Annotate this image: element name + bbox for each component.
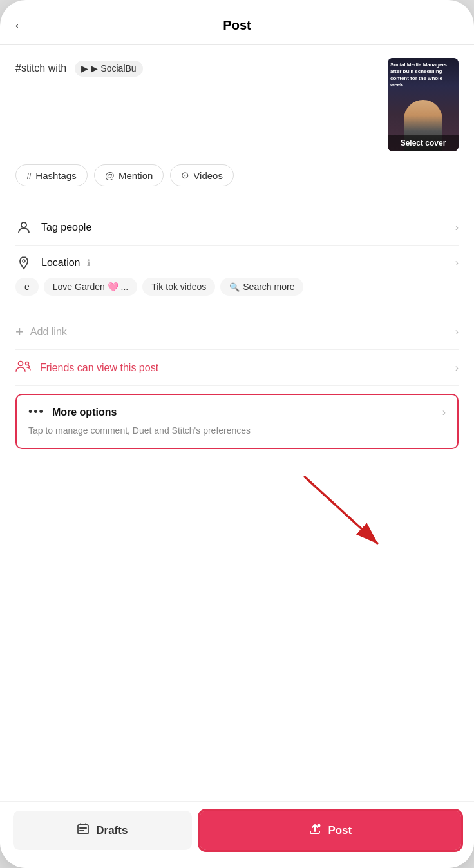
- drafts-button[interactable]: Drafts: [13, 811, 192, 850]
- tag-people-chevron: ›: [455, 222, 459, 233]
- svg-point-2: [19, 362, 23, 366]
- more-options-chevron: ›: [442, 407, 446, 418]
- friends-view-item[interactable]: Friends can view this post ›: [15, 350, 459, 386]
- tags-row: # Hashtags @ Mention ⊙ Videos: [15, 164, 459, 186]
- location-chip-2[interactable]: Tik tok videos: [142, 278, 215, 296]
- add-link-label: Add link: [30, 326, 67, 338]
- svg-point-9: [318, 824, 321, 827]
- friends-icon: [15, 359, 31, 376]
- back-button[interactable]: ←: [13, 17, 27, 34]
- caption-row: #stitch with ▶ ▶ SocialBu Social Media M…: [15, 58, 459, 151]
- svg-rect-6: [78, 825, 88, 834]
- more-options-dots-icon: •••: [28, 405, 44, 419]
- tag-people-icon: [15, 219, 32, 236]
- hashtags-button[interactable]: # Hashtags: [15, 164, 88, 186]
- videos-button[interactable]: ⊙ Videos: [170, 164, 234, 186]
- select-cover-label[interactable]: Select cover: [388, 135, 459, 151]
- location-chevron: ›: [455, 257, 459, 269]
- content-area: #stitch with ▶ ▶ SocialBu Social Media M…: [0, 45, 474, 560]
- more-options-description: Tap to manage comment, Duet and Stitch's…: [28, 424, 446, 438]
- svg-rect-8: [79, 830, 84, 831]
- location-chip-1[interactable]: Love Garden 🩷 ...: [44, 278, 137, 296]
- bottom-bar: Drafts Post: [0, 801, 474, 868]
- add-link-icon: +: [15, 323, 24, 340]
- add-link-chevron: ›: [455, 326, 459, 338]
- post-button[interactable]: Post: [200, 811, 461, 850]
- thumbnail-text: Social Media Managers after bulk schedul…: [390, 62, 456, 89]
- caption-badge: ▶ ▶ SocialBu: [75, 61, 142, 77]
- more-options-box[interactable]: ••• More options › Tap to manage comment…: [15, 394, 459, 449]
- mention-icon: @: [105, 170, 115, 181]
- divider-1: [15, 198, 459, 198]
- videos-icon: ⊙: [181, 169, 189, 181]
- location-info-icon: ℹ: [87, 258, 90, 268]
- header: ← Post: [0, 0, 474, 45]
- page-title: Post: [223, 18, 251, 33]
- drafts-label: Drafts: [96, 824, 128, 837]
- more-options-label: More options: [52, 407, 117, 418]
- location-chip-search[interactable]: 🔍 Search more: [220, 278, 303, 296]
- hashtag-icon: #: [26, 170, 32, 181]
- post-icon: [308, 822, 321, 838]
- post-label: Post: [328, 824, 352, 837]
- location-icon: [15, 255, 32, 271]
- video-thumbnail[interactable]: Social Media Managers after bulk schedul…: [388, 58, 459, 151]
- location-item[interactable]: Location ℹ › e Love Garden 🩷 ... Tik tok…: [15, 246, 459, 314]
- location-label: Location ℹ: [41, 257, 90, 269]
- chip-label-search: Search more: [243, 282, 294, 292]
- friends-view-label: Friends can view this post: [40, 362, 158, 374]
- phone-frame: ← Post #stitch with ▶ ▶ SocialBu Social …: [0, 0, 474, 868]
- chip-label-2: Tik tok videos: [151, 282, 206, 292]
- caption-hashtag: #stitch with: [15, 63, 66, 73]
- tag-people-label: Tag people: [41, 222, 91, 233]
- mention-button[interactable]: @ Mention: [94, 164, 164, 186]
- arrow-annotation: [15, 457, 459, 560]
- svg-point-3: [26, 362, 29, 365]
- location-chips: e Love Garden 🩷 ... Tik tok videos 🔍 Sea…: [15, 271, 303, 305]
- arrow-svg: [265, 463, 407, 560]
- caption-input[interactable]: #stitch with ▶ ▶ SocialBu: [15, 58, 377, 77]
- location-chip-0[interactable]: e: [15, 278, 39, 296]
- search-icon: 🔍: [229, 282, 240, 292]
- svg-point-1: [23, 260, 25, 262]
- svg-point-0: [21, 222, 26, 227]
- play-icon: ▶: [81, 62, 88, 75]
- drafts-icon: [77, 823, 90, 838]
- chip-label-1: Love Garden 🩷 ...: [53, 282, 128, 292]
- svg-rect-7: [79, 827, 87, 829]
- add-link-item[interactable]: + Add link ›: [15, 314, 459, 350]
- more-options-header: ••• More options ›: [28, 405, 446, 419]
- location-header: Location ℹ ›: [15, 255, 459, 271]
- svg-line-5: [304, 476, 378, 544]
- chip-label-0: e: [24, 282, 30, 292]
- tag-people-item[interactable]: Tag people ›: [15, 210, 459, 246]
- friends-view-chevron: ›: [455, 362, 459, 374]
